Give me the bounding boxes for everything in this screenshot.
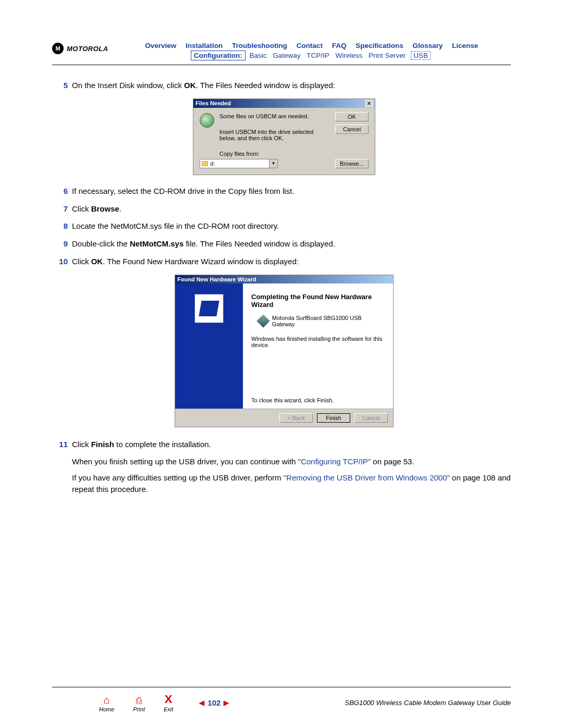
subnav-printserver[interactable]: Print Server bbox=[369, 52, 406, 59]
back-button: < Back bbox=[279, 413, 313, 423]
paragraph-configure-tcpip: When you finish setting up the USB drive… bbox=[72, 456, 511, 468]
print-button[interactable]: ⎙Print bbox=[133, 695, 145, 712]
brand-text: MOTOROLA bbox=[67, 45, 108, 53]
ok-button[interactable]: OK bbox=[335, 112, 369, 121]
browse-button[interactable]: Browse... bbox=[335, 159, 369, 168]
exit-icon: X bbox=[164, 693, 173, 706]
dialog1-msg2: Insert USBCM into the drive selected bel… bbox=[219, 129, 327, 141]
wizard-cancel-button: Cancel bbox=[354, 413, 388, 423]
subnav-gateway[interactable]: Gateway bbox=[273, 52, 300, 59]
brand-logo: M MOTOROLA bbox=[52, 43, 108, 54]
wizard-done-text: Windows has finished installing the soft… bbox=[251, 336, 385, 348]
step-8-number: 8 bbox=[57, 220, 72, 232]
close-icon[interactable]: × bbox=[365, 100, 373, 107]
step-7-number: 7 bbox=[57, 203, 72, 215]
drive-icon bbox=[202, 161, 208, 166]
nav-glossary[interactable]: Glossary bbox=[412, 42, 443, 50]
guide-title: SBG1000 Wireless Cable Modem Gateway Use… bbox=[345, 699, 511, 707]
subnav-basic[interactable]: Basic bbox=[249, 52, 266, 59]
step-9-text: Double-click the NetMotCM.sys file. The … bbox=[72, 238, 511, 250]
drive-value: d: bbox=[210, 161, 215, 167]
link-removing-usb-driver[interactable]: "Removing the USB Driver from Windows 20… bbox=[284, 473, 450, 482]
wizard-heading: Completing the Found New Hardware Wizard bbox=[251, 293, 385, 309]
nav-overview[interactable]: Overview bbox=[145, 42, 176, 50]
hardware-wizard-dialog: Found New Hardware Wizard Completing the… bbox=[175, 275, 394, 427]
step-10-text: Click OK. The Found New Hardware Wizard … bbox=[72, 256, 511, 267]
step-8-text: Locate the NetMotCM.sys file in the CD-R… bbox=[72, 220, 511, 232]
link-configuring-tcpip[interactable]: "Configuring TCP/IP" bbox=[298, 457, 371, 466]
header-divider bbox=[52, 65, 511, 65]
subnav-tcpip[interactable]: TCP/IP bbox=[307, 52, 329, 59]
wizard-sidebar bbox=[175, 283, 243, 409]
step-9-number: 9 bbox=[57, 238, 72, 250]
home-button[interactable]: ⌂Home bbox=[99, 694, 114, 712]
dialog1-titlebar: Files Needed × bbox=[193, 99, 375, 108]
nav-faq[interactable]: FAQ bbox=[332, 42, 347, 50]
next-page-icon[interactable]: ▶ bbox=[224, 699, 229, 707]
cd-icon bbox=[200, 113, 214, 128]
subnav-usb-active[interactable]: USB bbox=[411, 51, 431, 60]
cancel-button[interactable]: Cancel bbox=[335, 125, 369, 134]
step-7-text: Click Browse. bbox=[72, 203, 511, 215]
step-6-number: 6 bbox=[57, 186, 72, 197]
wizard-hardware-icon bbox=[194, 294, 224, 323]
dialog1-msg1: Some files on USBCM are needed. bbox=[219, 113, 327, 119]
step-6-text: If necessary, select the CD-ROM drive in… bbox=[72, 186, 511, 197]
sub-nav: Configuration: Basic Gateway TCP/IP Wire… bbox=[113, 52, 511, 59]
step-5-text: On the Insert Disk window, click OK. The… bbox=[72, 80, 511, 91]
paragraph-remove-driver: If you have any difficulties setting up … bbox=[72, 472, 511, 496]
print-icon: ⎙ bbox=[133, 695, 145, 706]
nav-license[interactable]: License bbox=[452, 42, 478, 50]
dialog2-titlebar: Found New Hardware Wizard bbox=[175, 275, 393, 283]
files-needed-dialog: Files Needed × OK Cancel Some files on U… bbox=[193, 98, 375, 175]
nav-contact[interactable]: Contact bbox=[297, 42, 323, 50]
device-name: Motorola SurfBoard SBG1000 USB Gateway bbox=[272, 315, 385, 327]
subnav-wireless[interactable]: Wireless bbox=[336, 52, 363, 59]
nav-troubleshooting[interactable]: Troubleshooting bbox=[232, 42, 287, 50]
dialog2-title: Found New Hardware Wizard bbox=[177, 276, 256, 282]
top-nav: Overview Installation Troubleshooting Co… bbox=[113, 42, 511, 50]
step-11-number: 11 bbox=[57, 439, 72, 450]
page-number: 102 bbox=[207, 698, 221, 707]
step-10-number: 10 bbox=[57, 256, 72, 267]
home-icon: ⌂ bbox=[99, 694, 114, 706]
finish-button[interactable]: Finish bbox=[317, 413, 350, 423]
dialog1-title: Files Needed bbox=[195, 100, 231, 106]
device-icon bbox=[256, 314, 270, 327]
nav-installation[interactable]: Installation bbox=[186, 42, 223, 50]
step-11-text: Click Finish to complete the installatio… bbox=[72, 439, 511, 450]
page-navigator: ◀ 102 ▶ bbox=[199, 698, 229, 707]
prev-page-icon[interactable]: ◀ bbox=[199, 699, 204, 707]
motorola-batwing-icon: M bbox=[52, 43, 64, 54]
drive-dropdown[interactable]: d: ▼ bbox=[200, 159, 278, 168]
wizard-close-hint: To close this wizard, click Finish. bbox=[251, 397, 334, 403]
nav-specifications[interactable]: Specifications bbox=[356, 42, 403, 50]
page-footer: ⌂Home ⎙Print XExit ◀ 102 ▶ SBG1000 Wirel… bbox=[52, 687, 511, 712]
chevron-down-icon[interactable]: ▼ bbox=[269, 159, 277, 168]
copy-files-label: Copy files from: bbox=[219, 151, 327, 157]
nav-configuration-label: Configuration: bbox=[191, 51, 246, 60]
exit-button[interactable]: XExit bbox=[164, 693, 173, 712]
step-5-number: 5 bbox=[57, 80, 72, 91]
